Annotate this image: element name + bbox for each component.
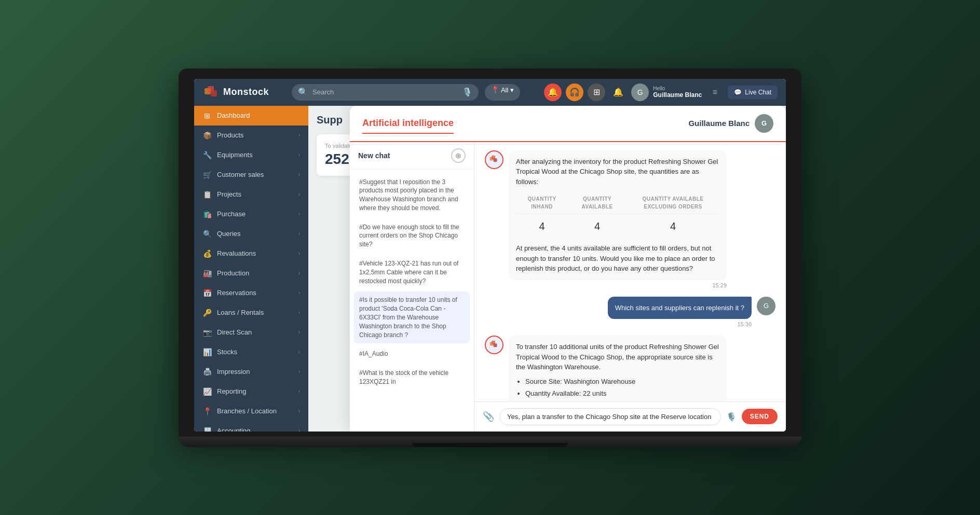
purchase-icon: 🛍️ [202, 210, 212, 219]
branches-icon: 📍 [202, 407, 212, 416]
mic-icon: 🎙️ [462, 87, 472, 97]
grid-btn[interactable]: ⊞ [588, 83, 605, 101]
sidebar-item-impression[interactable]: 🖨️ Impression › [194, 362, 308, 382]
val-excl-orders: 4 [627, 214, 719, 239]
svg-rect-8 [494, 343, 497, 347]
app: Monstock 🔍 🎙️ 📍 All ▾ 🔔 🎧 ⊞ 🔔 [194, 79, 786, 432]
equipments-icon: 🔧 [202, 150, 212, 160]
chat-messages: After analyzing the inventory for the pr… [474, 142, 786, 401]
sidebar-item-revaluations[interactable]: 💰 Revaluations › [194, 244, 308, 263]
col-inhand: QUANTITY INHAND [516, 192, 568, 214]
sidebar-item-direct-scan[interactable]: 📷 Direct Scan › [194, 323, 308, 342]
headset-btn[interactable]: 🎧 [566, 83, 583, 101]
message-1-bubble: After analyzing the inventory for the pr… [509, 150, 727, 280]
sidebar-item-customer-sales[interactable]: 🛒 Customer sales › [194, 165, 308, 185]
message-3-bubble: To transfer 10 additional units of the p… [509, 336, 727, 401]
sidebar-item-dashboard[interactable]: ⊞ Dashboard [194, 106, 308, 126]
search-input[interactable] [312, 88, 458, 96]
loans-icon: 🔑 [202, 308, 212, 317]
bullet-qty: Quantity Available: 22 units [525, 388, 719, 399]
send-button[interactable]: SEND [742, 409, 778, 424]
msg2-time: 15:30 [608, 321, 752, 327]
new-chat-button[interactable]: ⊕ [451, 148, 466, 163]
chat-history: #Suggest that I reposition the 3 product… [350, 170, 474, 432]
history-item[interactable]: #Do we have enough stock to fill the cur… [354, 219, 470, 253]
bot-avatar-3 [485, 336, 503, 354]
dashboard-area: Supp To validate 252 To receive 109 [308, 106, 786, 432]
message-3-content: To transfer 10 additional units of the p… [509, 336, 727, 401]
impression-icon: 🖨️ [202, 367, 212, 377]
history-item[interactable]: #What is the stock of the vehicle 123XQZ… [354, 365, 470, 391]
search-icon: 🔍 [298, 87, 308, 97]
sidebar-item-queries[interactable]: 🔍 Queries › [194, 224, 308, 244]
laptop-shell: Monstock 🔍 🎙️ 📍 All ▾ 🔔 🎧 ⊞ 🔔 [179, 68, 801, 447]
reservations-icon: 📅 [202, 288, 212, 298]
accounting-icon: 🧾 [202, 426, 212, 432]
bullet-source: Source Site: Washington Warehouse [525, 377, 719, 387]
sidebar-item-stocks[interactable]: 📊 Stocks › [194, 342, 308, 362]
app-logo: Monstock [202, 84, 285, 101]
user-avatar: G [631, 83, 649, 101]
chat-main: After analyzing the inventory for the pr… [474, 142, 786, 432]
sidebar-item-production[interactable]: 🏭 Production › [194, 263, 308, 283]
msg1-time: 15:29 [509, 282, 727, 288]
ai-modal-header: Artificial intelligence Guillaume Blanc … [350, 106, 786, 142]
chat-input-area: 📎 🎙️ SEND [474, 401, 786, 432]
projects-icon: 📋 [202, 190, 212, 199]
sidebar-item-equipments[interactable]: 🔧 Equipments › [194, 145, 308, 165]
sidebar-item-accounting[interactable]: 🧾 Accounting › [194, 421, 308, 432]
live-chat-button[interactable]: 💬 Live Chat [728, 86, 778, 99]
search-bar[interactable]: 🔍 🎙️ [292, 84, 479, 101]
dashboard-icon: ⊞ [202, 111, 212, 120]
location-selector[interactable]: 📍 All ▾ [485, 84, 520, 101]
topnav-icons: 🔔 🎧 ⊞ 🔔 G Hello Guillaume Blanc ≡ [544, 83, 778, 101]
msg3-intro: To transfer 10 additional units of the p… [516, 342, 719, 372]
products-icon: 📦 [202, 131, 212, 140]
history-item[interactable]: #Is it possible to transfer 10 units of … [354, 291, 470, 343]
msg2-text: Which sites and suppliers can replenish … [615, 304, 744, 312]
stocks-icon: 📊 [202, 347, 212, 357]
user-avatar-2: G [757, 297, 775, 315]
new-chat-label: New chat [358, 151, 390, 160]
history-item[interactable]: #IA_Audio [354, 345, 470, 363]
history-item[interactable]: #Suggest that I reposition the 3 product… [354, 174, 470, 217]
svg-rect-2 [211, 90, 217, 96]
topnav: Monstock 🔍 🎙️ 📍 All ▾ 🔔 🎧 ⊞ 🔔 [194, 79, 786, 106]
scan-icon: 📷 [202, 328, 212, 337]
new-chat-header: New chat ⊕ [350, 142, 474, 170]
laptop-base [179, 437, 801, 447]
ai-modal-body: New chat ⊕ #Suggest that I reposition th… [350, 142, 786, 432]
inventory-table: QUANTITY INHAND QUANTITY AVAILABLE QUANT… [516, 192, 719, 238]
logo-icon [202, 84, 219, 101]
val-inhand: 4 [516, 214, 568, 239]
reporting-icon: 📈 [202, 387, 212, 396]
message-3: To transfer 10 additional units of the p… [485, 336, 775, 401]
main-content: ⊞ Dashboard 📦 Products › 🔧 Equipments › [194, 106, 786, 432]
val-available: 4 [568, 214, 627, 239]
sidebar-item-reporting[interactable]: 📈 Reporting › [194, 382, 308, 401]
ai-modal: Artificial intelligence Guillaume Blanc … [350, 106, 786, 432]
user-info: G Hello Guillaume Blanc [631, 83, 702, 101]
sidebar-item-loans-rentals[interactable]: 🔑 Loans / Rentals › [194, 303, 308, 323]
sidebar-item-products[interactable]: 📦 Products › [194, 126, 308, 145]
chat-input[interactable] [499, 408, 721, 425]
production-icon: 🏭 [202, 269, 212, 278]
msg3-list: Source Site: Washington Warehouse Quanti… [516, 377, 719, 401]
attach-button[interactable]: 📎 [483, 411, 494, 422]
sidebar-item-reservations[interactable]: 📅 Reservations › [194, 283, 308, 303]
ai-modal-user: Guillaume Blanc G [688, 114, 773, 133]
message-1-content: After analyzing the inventory for the pr… [509, 150, 727, 288]
history-item[interactable]: #Vehicle 123-XQZ-21 has run out of 1x2,5… [354, 255, 470, 289]
alert-btn[interactable]: 🔔 [544, 83, 562, 101]
bell-btn[interactable]: 🔔 [609, 83, 627, 101]
col-available: QUANTITY AVAILABLE [568, 192, 627, 214]
menu-btn[interactable]: ≡ [706, 83, 724, 101]
sidebar-item-purchase[interactable]: 🛍️ Purchase › [194, 204, 308, 224]
msg1-intro: After analyzing the inventory for the pr… [516, 158, 718, 186]
message-2: G Which sites and suppliers can replenis… [485, 297, 775, 328]
message-2-bubble: Which sites and suppliers can replenish … [608, 297, 752, 319]
sidebar-item-projects[interactable]: 📋 Projects › [194, 185, 308, 204]
voice-mic-icon[interactable]: 🎙️ [726, 412, 737, 422]
sidebar-item-branches-location[interactable]: 📍 Branches / Location › [194, 401, 308, 421]
chat-icon: 💬 [734, 89, 742, 96]
